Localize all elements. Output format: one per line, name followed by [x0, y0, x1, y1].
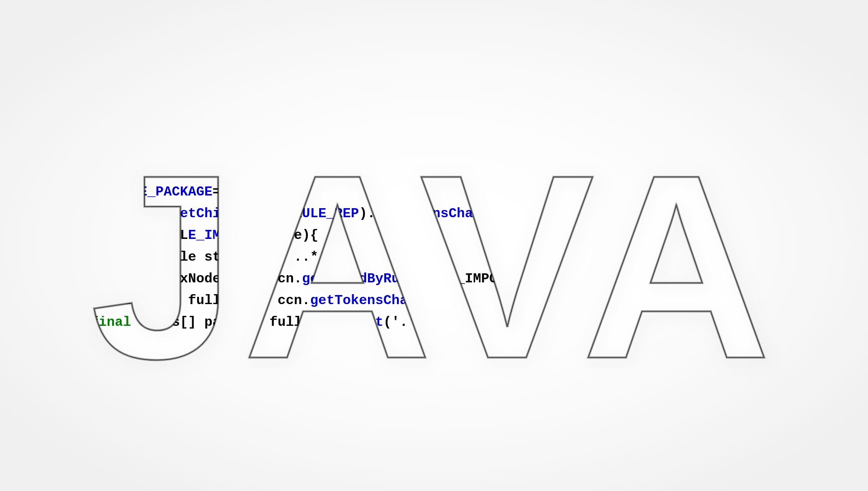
scene: JAVA: [0, 0, 868, 491]
main-graphic: JAVA: [0, 0, 868, 491]
java-title-edge: JAVA: [90, 120, 778, 413]
